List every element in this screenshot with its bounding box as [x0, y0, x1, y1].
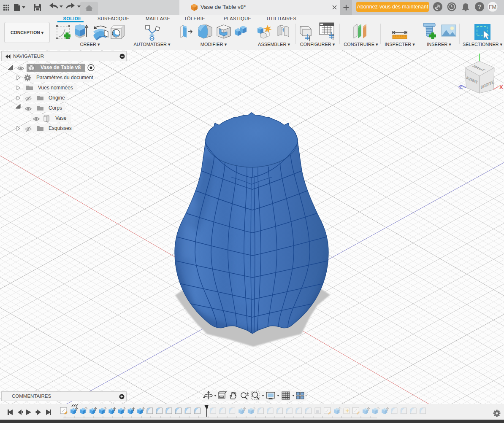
- svg-text:Z: Z: [459, 84, 463, 90]
- svg-text:?: ?: [477, 3, 481, 10]
- svg-text:X: X: [499, 84, 503, 90]
- svg-text:FM: FM: [489, 4, 496, 10]
